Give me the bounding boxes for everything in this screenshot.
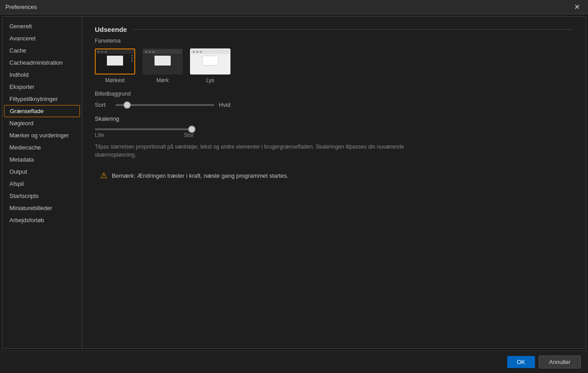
sidebar-item-avanceret[interactable]: Avanceret	[2, 32, 82, 44]
scaling-slider-thumb[interactable]	[188, 126, 195, 133]
scaling-slider-row	[95, 128, 573, 130]
sidebar-item-output[interactable]: Output	[2, 166, 82, 178]
cancel-button[interactable]: Annuller	[539, 355, 581, 369]
billedbaggrund-label: Billedbaggrund	[95, 91, 573, 97]
sidebar-item-generelt[interactable]: Generelt	[2, 20, 82, 32]
theme-moerkest-label: Mørkest	[105, 77, 124, 83]
ok-button[interactable]: OK	[507, 356, 535, 368]
theme-lys-label: Lys	[206, 77, 214, 83]
warning-text: Bemærk: Ændringen træder i kraft, næste …	[112, 172, 288, 179]
section-divider	[133, 29, 573, 30]
sidebar-item-graenseflade[interactable]: Grænseflade	[4, 105, 80, 117]
theme-thumb-moerkest[interactable]	[95, 48, 135, 75]
section-title: Udseende	[95, 26, 127, 33]
sidebar-item-arbejdsforloeb[interactable]: Arbejdsforløb	[2, 214, 82, 226]
title-bar: Preferences ✕	[0, 0, 588, 14]
theme-moerk-label: Mørk	[156, 77, 168, 83]
background-slider[interactable]	[115, 104, 214, 106]
scaling-right-label: Stor	[184, 132, 194, 138]
sidebar-item-indhold[interactable]: Indhold	[2, 69, 82, 81]
slider-left-label: Sort	[95, 101, 111, 108]
theme-thumb-moerk[interactable]	[142, 48, 183, 75]
theme-row: Mørkest Mørk	[95, 48, 573, 83]
sidebar: Generelt Avanceret Cache Cacheadministra…	[2, 17, 82, 348]
theme-moerkest[interactable]: Mørkest	[95, 48, 135, 83]
slider-right-label: Hvid	[219, 101, 235, 108]
sidebar-item-miniaturebilleder[interactable]: Miniaturebilleder	[2, 202, 82, 214]
scaling-left-label: Lille	[95, 132, 104, 138]
sidebar-item-cacheadministration[interactable]: Cacheadministration	[2, 57, 82, 69]
sidebar-item-startscripts[interactable]: Startscripts	[2, 190, 82, 202]
background-slider-thumb[interactable]	[124, 101, 131, 109]
sidebar-item-metadata[interactable]: Metadata	[2, 154, 82, 166]
window-title: Preferences	[5, 4, 37, 10]
theme-thumb-lys[interactable]	[190, 48, 230, 75]
theme-lys[interactable]: Lys	[190, 48, 230, 83]
warning-icon: ⚠	[100, 171, 107, 180]
sidebar-item-maerker[interactable]: Mærker og vurderinger	[2, 129, 82, 141]
close-button[interactable]: ✕	[571, 2, 583, 13]
sidebar-item-nogleord[interactable]: Nøgleord	[2, 117, 82, 129]
footer: OK Annuller	[0, 351, 588, 373]
theme-moerk[interactable]: Mørk	[142, 48, 183, 83]
main-container: Generelt Avanceret Cache Cacheadministra…	[2, 16, 586, 349]
background-slider-row: Sort Hvid	[95, 101, 573, 108]
scaling-ends: Lille Stor	[95, 132, 194, 138]
sidebar-item-mediecache[interactable]: Mediecache	[2, 141, 82, 154]
description-text: Tilpas størrelsen proportionalt på værkt…	[95, 143, 418, 159]
farvetema-label: Farvetema	[95, 38, 573, 44]
section-header: Udseende	[95, 26, 573, 33]
warning-box: ⚠ Bemærk: Ændringen træder i kraft, næst…	[95, 167, 573, 184]
sidebar-item-cache[interactable]: Cache	[2, 44, 82, 57]
skalering-label: Skalering	[95, 115, 573, 122]
scaling-slider[interactable]	[95, 128, 194, 130]
sidebar-item-afspil[interactable]: Afspil	[2, 178, 82, 190]
sidebar-item-filtypetilknytninger[interactable]: Filtypetilknytninger	[2, 93, 82, 105]
sidebar-item-eksporter[interactable]: Eksporter	[2, 81, 82, 93]
content-area: Udseende Farvetema	[82, 17, 586, 348]
